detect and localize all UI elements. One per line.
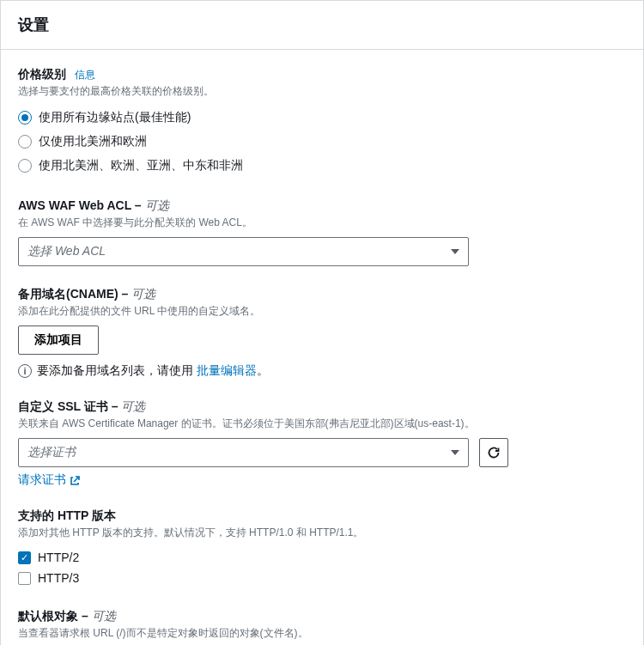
section-root-object: 默认根对象 – 可选 当查看器请求根 URL (/)而不是特定对象时返回的对象(… [18, 609, 626, 645]
waf-label: AWS WAF Web ACL – 可选 [18, 198, 169, 214]
radio-label: 使用北美洲、欧洲、亚洲、中东和非洲 [39, 158, 243, 173]
section-price-class: 价格级别 信息 选择与要支付的最高价格关联的价格级别。 使用所有边缘站点(最佳性… [18, 67, 626, 178]
waf-select-placeholder: 选择 Web ACL [27, 244, 106, 259]
bulk-editor-link[interactable]: 批量编辑器 [197, 363, 257, 377]
price-radio-2[interactable]: 使用北美洲、欧洲、亚洲、中东和非洲 [18, 154, 626, 178]
price-class-label: 价格级别 [18, 67, 66, 82]
panel-header: 设置 [1, 1, 643, 50]
http-label: 支持的 HTTP 版本 [18, 508, 116, 524]
http-desc: 添加对其他 HTTP 版本的支持。默认情况下，支持 HTTP/1.0 和 HTT… [18, 526, 626, 540]
ssl-label: 自定义 SSL 证书 – 可选 [18, 399, 145, 415]
radio-label: 使用所有边缘站点(最佳性能) [39, 110, 191, 125]
http-checkbox-1[interactable]: HTTP/3 [18, 568, 626, 588]
radio-icon [18, 159, 32, 173]
checkbox-label: HTTP/3 [38, 571, 79, 585]
request-cert-link[interactable]: 请求证书 [18, 472, 80, 488]
waf-select[interactable]: 选择 Web ACL [18, 237, 469, 266]
waf-desc: 在 AWS WAF 中选择要与此分配关联的 Web ACL。 [18, 216, 626, 230]
chevron-down-icon [451, 450, 459, 455]
info-icon: i [18, 364, 32, 378]
http-checkbox-0[interactable]: ✓HTTP/2 [18, 547, 626, 568]
add-item-button[interactable]: 添加项目 [18, 326, 99, 355]
cname-desc: 添加在此分配提供的文件 URL 中使用的自定义域名。 [18, 304, 626, 319]
external-link-icon [70, 475, 80, 485]
checkbox-icon: ✓ [18, 551, 31, 564]
ssl-cert-placeholder: 选择证书 [27, 445, 76, 460]
ssl-desc: 关联来自 AWS Certificate Manager 的证书。证书必须位于美… [18, 417, 626, 431]
price-class-desc: 选择与要支付的最高价格关联的价格级别。 [18, 84, 626, 99]
root-label: 默认根对象 – 可选 [18, 609, 116, 624]
section-cname: 备用域名(CNAME) – 可选 添加在此分配提供的文件 URL 中使用的自定义… [18, 287, 626, 379]
price-class-info-link[interactable]: 信息 [75, 68, 95, 82]
price-radio-0[interactable]: 使用所有边缘站点(最佳性能) [18, 106, 626, 130]
section-ssl: 自定义 SSL 证书 – 可选 关联来自 AWS Certificate Man… [18, 399, 626, 488]
ssl-cert-select[interactable]: 选择证书 [18, 438, 469, 467]
refresh-button[interactable] [479, 438, 508, 467]
chevron-down-icon [451, 249, 459, 254]
checkbox-label: HTTP/2 [38, 551, 79, 564]
cname-label: 备用域名(CNAME) – 可选 [18, 287, 155, 302]
section-waf: AWS WAF Web ACL – 可选 在 AWS WAF 中选择要与此分配关… [18, 198, 626, 266]
cname-hint: 要添加备用域名列表，请使用 批量编辑器。 [37, 363, 269, 379]
refresh-icon [487, 446, 501, 459]
root-desc: 当查看器请求根 URL (/)而不是特定对象时返回的对象(文件名)。 [18, 626, 626, 641]
checkbox-icon [18, 572, 31, 585]
section-http-versions: 支持的 HTTP 版本 添加对其他 HTTP 版本的支持。默认情况下，支持 HT… [18, 508, 626, 588]
radio-label: 仅使用北美洲和欧洲 [39, 134, 147, 149]
radio-icon [18, 111, 32, 125]
price-radio-1[interactable]: 仅使用北美洲和欧洲 [18, 130, 626, 154]
page-title: 设置 [18, 15, 626, 35]
radio-icon [18, 135, 32, 149]
